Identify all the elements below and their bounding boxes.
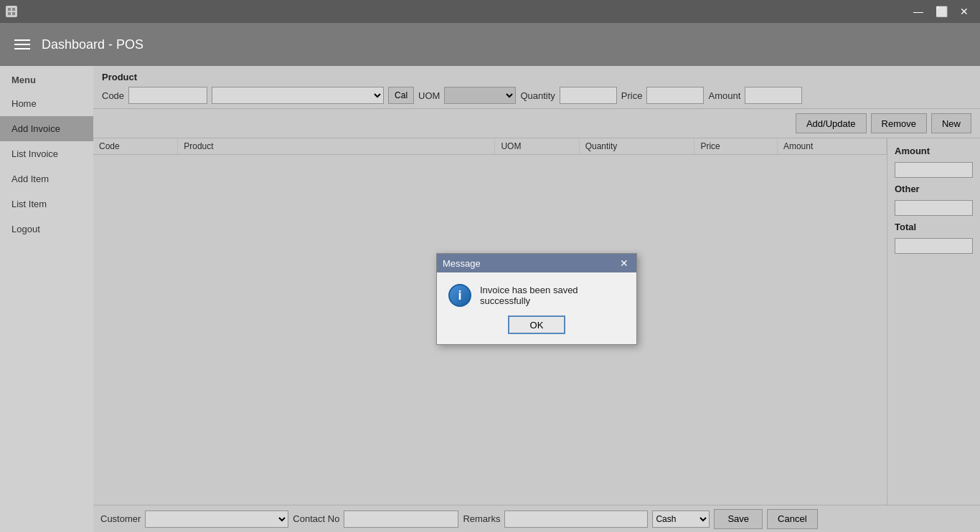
sidebar-menu-label: Menu bbox=[0, 66, 93, 91]
minimize-button[interactable]: — bbox=[908, 1, 928, 22]
sidebar-item-list-invoice[interactable]: List Invoice bbox=[0, 141, 93, 166]
app-body: Menu Home Add Invoice List Invoice Add I… bbox=[0, 66, 980, 532]
hamburger-menu-icon[interactable] bbox=[14, 39, 30, 49]
info-icon: i bbox=[448, 284, 471, 307]
modal-close-button[interactable]: ✕ bbox=[618, 257, 631, 270]
main-content: Product Code Cal UOM Quantity Price Amou… bbox=[93, 66, 980, 532]
modal-body: i Invoice has been saved successfully bbox=[437, 272, 636, 315]
modal-overlay: Message ✕ i Invoice has been saved succe… bbox=[93, 66, 980, 532]
modal-message: Invoice has been saved successfully bbox=[480, 285, 625, 306]
modal-titlebar: Message ✕ bbox=[437, 254, 636, 272]
header-title: Dashboard - POS bbox=[42, 37, 143, 52]
app-icon bbox=[6, 6, 17, 17]
modal-dialog: Message ✕ i Invoice has been saved succe… bbox=[436, 253, 637, 345]
modal-title: Message bbox=[443, 258, 481, 269]
sidebar-item-logout[interactable]: Logout bbox=[0, 217, 93, 242]
close-button[interactable]: ✕ bbox=[954, 1, 974, 22]
svg-rect-1 bbox=[12, 8, 15, 11]
sidebar-item-home[interactable]: Home bbox=[0, 91, 93, 116]
titlebar: — ⬜ ✕ bbox=[0, 0, 980, 23]
titlebar-left bbox=[6, 6, 17, 17]
maximize-button[interactable]: ⬜ bbox=[931, 1, 951, 22]
window-controls: — ⬜ ✕ bbox=[908, 1, 974, 22]
svg-rect-0 bbox=[8, 8, 11, 11]
sidebar: Menu Home Add Invoice List Invoice Add I… bbox=[0, 66, 93, 532]
ok-button[interactable]: OK bbox=[508, 315, 565, 334]
modal-footer: OK bbox=[437, 315, 636, 344]
svg-rect-2 bbox=[8, 12, 11, 15]
sidebar-item-add-invoice[interactable]: Add Invoice bbox=[0, 116, 93, 141]
svg-rect-3 bbox=[12, 12, 15, 15]
header-bar: Dashboard - POS bbox=[0, 23, 980, 66]
sidebar-item-add-item[interactable]: Add Item bbox=[0, 166, 93, 191]
sidebar-item-list-item[interactable]: List Item bbox=[0, 191, 93, 217]
